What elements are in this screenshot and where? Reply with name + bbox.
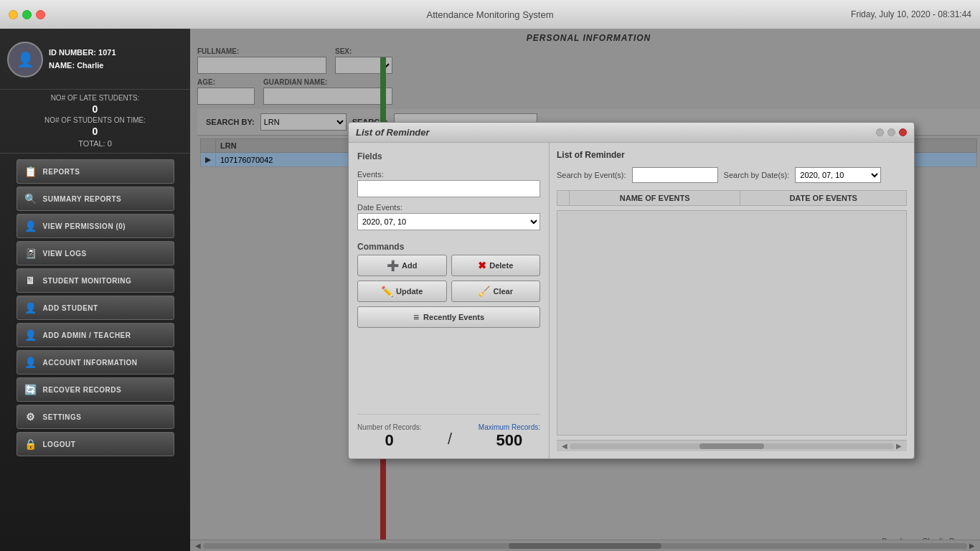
permission-label: VIEW PERMISSION (0)	[43, 222, 126, 230]
cmd-row-1: ➕ Add ✖ Delete	[357, 255, 540, 276]
commands-section: Commands ➕ Add ✖ Delete	[357, 242, 540, 328]
update-button[interactable]: ✏️ Update	[357, 281, 447, 302]
late-label: NO# OF LATE STUDENTS:	[0, 93, 190, 103]
update-icon: ✏️	[381, 286, 393, 297]
clear-button[interactable]: 🧹 Clear	[451, 281, 541, 302]
add-admin-button[interactable]: 👤 ADD ADMIN / TEACHER	[17, 323, 174, 347]
modal-btn-1[interactable]	[876, 128, 884, 136]
settings-label: SETTINGS	[43, 413, 82, 421]
left-panel: Fields Events: Date Events: 2020, 07, 10	[349, 143, 550, 458]
account-icon: 👤	[24, 356, 37, 369]
view-permission-button[interactable]: 👤 VIEW PERMISSION (0)	[17, 214, 174, 238]
main-layout: 👤 ID NUMBER: 1071 NAME: Charlie NO# OF L…	[0, 29, 980, 551]
records-row: Number of Records: 0 / Maximum Records: …	[357, 423, 540, 450]
close-button[interactable]	[36, 10, 45, 19]
reminder-table: NAME OF EVENTS DATE OF EVENTS	[557, 190, 907, 206]
add-icon: ➕	[387, 260, 399, 271]
settings-button[interactable]: ⚙ SETTINGS	[17, 405, 174, 429]
modal-scrollbar[interactable]: ◀ ▶	[557, 440, 907, 451]
logout-button[interactable]: 🔒 LOGOUT	[17, 432, 174, 456]
content-area: PERSONAL INFORMATION FULLNAME: SEX: AGE:…	[190, 29, 980, 551]
records-slash: /	[448, 430, 452, 450]
commands-label: Commands	[357, 242, 540, 252]
search-events-input[interactable]	[632, 167, 718, 183]
view-logs-button[interactable]: 📓 VIEW LOGS	[17, 241, 174, 265]
num-records-label: Number of Records:	[357, 423, 421, 431]
modal-scroll-thumb	[699, 443, 764, 449]
date-events-select[interactable]: 2020, 07, 10	[357, 213, 540, 230]
logs-label: VIEW LOGS	[43, 250, 87, 258]
recover-records-button[interactable]: 🔄 RECOVER RECORDS	[17, 377, 174, 402]
account-label: ACCOUNT INFORMATION	[43, 359, 138, 367]
modal-scroll-left[interactable]: ◀	[560, 442, 570, 450]
maximize-button[interactable]	[22, 10, 32, 19]
reminder-header-row: NAME OF EVENTS DATE OF EVENTS	[557, 191, 907, 206]
records-area: Number of Records: 0 / Maximum Records: …	[357, 414, 540, 450]
add-admin-icon: 👤	[24, 329, 37, 342]
max-records-value: 500	[479, 431, 540, 450]
modal-body: Fields Events: Date Events: 2020, 07, 10	[349, 143, 914, 458]
recover-icon: 🔄	[24, 383, 37, 396]
recently-icon: ≡	[413, 311, 419, 323]
modal-title: List of Reminder	[356, 127, 430, 138]
add-button[interactable]: ➕ Add	[357, 255, 447, 276]
summary-reports-button[interactable]: 🔍 SUMMARY REPORTS	[17, 187, 174, 211]
traffic-lights	[9, 10, 45, 19]
recently-events-button[interactable]: ≡ Recently Events	[357, 306, 540, 328]
title-bar: Attendance Monitoring System Friday, Jul…	[0, 0, 980, 29]
fields-label: Fields	[357, 151, 540, 161]
modal-btn-2[interactable]	[887, 128, 895, 136]
update-label: Update	[396, 287, 423, 296]
max-records-label: Maximum Records:	[479, 423, 540, 431]
profile-area: 👤 ID NUMBER: 1071 NAME: Charlie	[0, 36, 190, 83]
reminder-col-date: DATE OF EVENTS	[740, 191, 907, 206]
app-title: Attendance Monitoring System	[426, 9, 553, 20]
date-events-group: Date Events: 2020, 07, 10	[357, 203, 540, 230]
add-student-icon: 👤	[24, 301, 37, 314]
num-records-value: 0	[357, 431, 421, 450]
minimize-button[interactable]	[9, 10, 18, 19]
logout-label: LOGOUT	[43, 441, 76, 448]
events-group: Events:	[357, 170, 540, 197]
datetime-display: Friday, July 10, 2020 - 08:31:44	[851, 9, 971, 19]
reports-button[interactable]: 📋 REPORTS	[17, 159, 174, 184]
modal-scroll-track[interactable]	[570, 443, 894, 449]
monitoring-icon: 🖥	[24, 274, 37, 287]
reports-label: REPORTS	[43, 168, 80, 176]
reminder-modal: List of Reminder Fields Events:	[348, 122, 915, 459]
add-label: Add	[402, 261, 417, 270]
delete-button[interactable]: ✖ Delete	[451, 255, 541, 276]
avatar: 👤	[7, 42, 43, 77]
id-label: ID NUMBER:	[49, 48, 96, 57]
delete-label: Delete	[489, 261, 513, 270]
modal-overlay: List of Reminder Fields Events:	[190, 29, 980, 551]
reports-icon: 📋	[24, 165, 37, 178]
right-panel: List of Reminder Search by Event(s): Sea…	[550, 143, 914, 458]
clear-icon: 🧹	[478, 286, 490, 297]
reminder-empty-area	[557, 210, 907, 435]
settings-icon: ⚙	[24, 410, 37, 423]
student-monitoring-button[interactable]: 🖥 STUDENT MONITORING	[17, 268, 174, 293]
search-events-label: Search by Event(s):	[557, 171, 626, 179]
permission-icon: 👤	[24, 220, 37, 232]
logout-icon: 🔒	[24, 438, 37, 451]
ontime-label: NO# OF STUDENTS ON TIME:	[0, 115, 190, 126]
search-date-select[interactable]: 2020, 07, 10	[795, 167, 881, 183]
reminder-col-indicator	[557, 191, 570, 206]
delete-icon: ✖	[478, 260, 486, 271]
total-display: TOTAL: 0	[0, 137, 190, 150]
add-student-button[interactable]: 👤 ADD STUDENT	[17, 296, 174, 320]
ontime-value: 0	[0, 126, 190, 137]
recently-label: Recently Events	[423, 313, 484, 321]
account-info-button[interactable]: 👤 ACCOUNT INFORMATION	[17, 350, 174, 375]
right-panel-title: List of Reminder	[557, 150, 907, 160]
max-records-group: Maximum Records: 500	[479, 423, 540, 450]
stats-area: NO# OF LATE STUDENTS: 0 NO# OF STUDENTS …	[0, 89, 190, 154]
modal-scroll-right[interactable]: ▶	[894, 442, 904, 450]
id-value: 1071	[98, 48, 116, 57]
cmd-row-2: ✏️ Update 🧹 Clear	[357, 281, 540, 302]
events-input[interactable]	[357, 180, 540, 197]
modal-close-btn[interactable]	[899, 128, 907, 136]
reminder-col-name: NAME OF EVENTS	[570, 191, 740, 206]
clear-label: Clear	[493, 287, 513, 296]
